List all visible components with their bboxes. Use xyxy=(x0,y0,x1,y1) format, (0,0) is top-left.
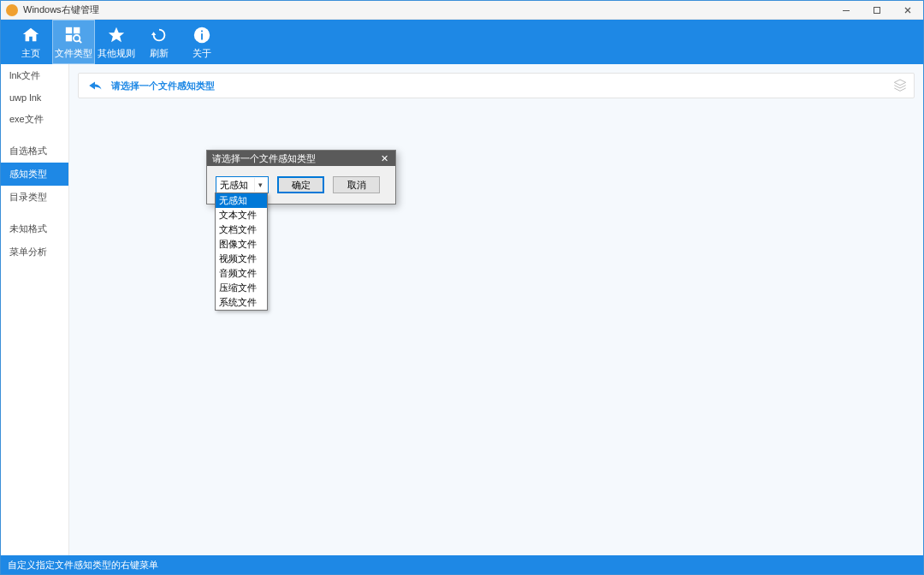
svg-rect-1 xyxy=(874,7,880,13)
svg-rect-3 xyxy=(74,27,80,33)
sidebar-item-perceived[interactable]: 感知类型 xyxy=(1,163,68,186)
toolbar-item-about[interactable]: 关于 xyxy=(181,20,223,64)
window-title: Windows右键管理 xyxy=(23,3,99,16)
status-bar: 自定义指定文件感知类型的右键菜单 xyxy=(1,555,923,574)
home-icon xyxy=(21,25,40,45)
toolbar-label: 主页 xyxy=(21,47,40,60)
perceived-type-combobox[interactable]: 无感知 ▾ xyxy=(216,176,269,193)
toolbar-label: 关于 xyxy=(192,47,211,60)
sidebar-item-analyze[interactable]: 菜单分析 xyxy=(1,240,68,264)
toolbar-item-refresh[interactable]: 刷新 xyxy=(138,20,181,64)
chevron-down-icon: ▾ xyxy=(254,178,266,192)
perceived-type-dropdown[interactable]: 无感知 文本文件 文档文件 图像文件 视频文件 音频文件 压缩文件 系统文件 xyxy=(215,193,268,311)
dropdown-option[interactable]: 文档文件 xyxy=(216,222,267,237)
dialog-close-button[interactable]: ✕ xyxy=(376,151,392,165)
toolbar-item-rules[interactable]: 其他规则 xyxy=(95,20,138,64)
minimize-icon xyxy=(842,6,850,15)
dropdown-option[interactable]: 音频文件 xyxy=(216,266,267,281)
dropdown-option[interactable]: 视频文件 xyxy=(216,252,267,266)
sidebar-item-lnk[interactable]: lnk文件 xyxy=(1,64,68,87)
minimize-button[interactable] xyxy=(831,1,862,20)
sidebar: lnk文件 uwp lnk exe文件 自选格式 感知类型 目录类型 未知格式 … xyxy=(1,64,69,555)
hint-card: 请选择一个文件感知类型 xyxy=(78,73,915,98)
titlebar: Windows右键管理 xyxy=(1,1,923,20)
body: lnk文件 uwp lnk exe文件 自选格式 感知类型 目录类型 未知格式 … xyxy=(1,64,923,555)
layers-icon[interactable] xyxy=(893,78,907,93)
dropdown-option[interactable]: 压缩文件 xyxy=(216,281,267,295)
sidebar-item-custom[interactable]: 自选格式 xyxy=(1,139,68,163)
info-icon xyxy=(192,25,211,45)
dropdown-option[interactable]: 无感知 xyxy=(216,193,267,208)
ok-button[interactable]: 确定 xyxy=(277,176,324,193)
toolbar-item-home[interactable]: 主页 xyxy=(9,20,52,64)
dropdown-option[interactable]: 系统文件 xyxy=(216,295,267,310)
svg-line-6 xyxy=(79,40,81,43)
dropdown-option[interactable]: 图像文件 xyxy=(216,237,267,252)
close-button[interactable] xyxy=(892,1,923,20)
maximize-icon xyxy=(873,6,881,15)
svg-rect-0 xyxy=(843,10,850,11)
dialog-titlebar: 请选择一个文件感知类型 ✕ xyxy=(207,151,395,166)
svg-rect-4 xyxy=(66,35,72,41)
toolbar-label: 文件类型 xyxy=(55,47,92,60)
toolbar-item-filetype[interactable]: 文件类型 xyxy=(52,20,95,64)
close-icon: ✕ xyxy=(381,153,388,164)
star-icon xyxy=(107,25,126,45)
refresh-icon xyxy=(150,25,169,45)
maximize-button[interactable] xyxy=(862,1,892,20)
toolbar-label: 刷新 xyxy=(150,47,169,60)
svg-rect-8 xyxy=(201,33,203,39)
share-arrow-icon xyxy=(87,78,103,93)
combobox-value: 无感知 xyxy=(220,179,248,192)
dropdown-option[interactable]: 文本文件 xyxy=(216,208,267,222)
cancel-button[interactable]: 取消 xyxy=(333,176,380,193)
main-area: 请选择一个文件感知类型 xyxy=(69,64,923,555)
svg-rect-9 xyxy=(201,30,203,32)
close-icon xyxy=(903,6,912,15)
hint-text: 请选择一个文件感知类型 xyxy=(111,80,215,92)
sidebar-item-uwplnk[interactable]: uwp lnk xyxy=(1,87,68,108)
app-icon xyxy=(6,4,18,16)
grid-search-icon xyxy=(64,25,83,45)
app-window: Windows右键管理 主页 文件类型 xyxy=(0,0,924,575)
sidebar-item-exe[interactable]: exe文件 xyxy=(1,108,68,131)
svg-point-5 xyxy=(74,35,80,41)
svg-rect-2 xyxy=(66,27,72,33)
toolbar-label: 其他规则 xyxy=(98,47,135,60)
main-toolbar: 主页 文件类型 其他规则 刷新 xyxy=(1,20,923,64)
sidebar-item-unknown[interactable]: 未知格式 xyxy=(1,217,68,240)
sidebar-item-dir[interactable]: 目录类型 xyxy=(1,186,68,209)
dialog-title: 请选择一个文件感知类型 xyxy=(212,152,316,165)
status-text: 自定义指定文件感知类型的右键菜单 xyxy=(8,559,158,572)
